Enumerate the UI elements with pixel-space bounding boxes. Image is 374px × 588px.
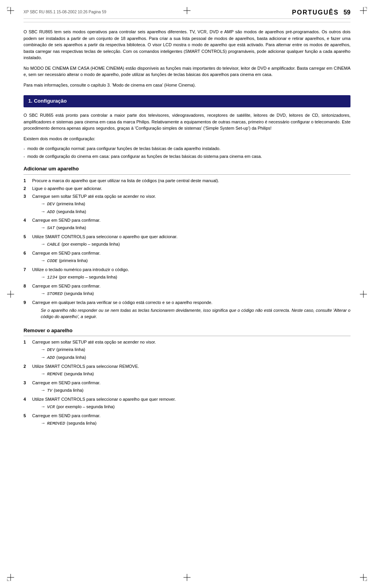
- arrow-line: →DEV (primeira linha): [41, 346, 350, 353]
- step-text: Utilize SMART CONTROLS para seleccionar …: [32, 234, 178, 239]
- step-content: Utilize o teclado numérico para introduz…: [32, 267, 350, 282]
- list-item: 3Carregue sem soltar SETUP até esta opçã…: [24, 194, 350, 216]
- arrow-symbol: →: [41, 201, 45, 207]
- arrow-line: →CODE (primeira linha): [41, 257, 350, 264]
- corner-mark-bl: [7, 574, 14, 581]
- mode-item-2: - modo de configuração do cinema em casa…: [24, 154, 350, 160]
- arrow-label: (primeira linha): [56, 347, 85, 353]
- step-number: 4: [24, 217, 29, 232]
- remove-steps-list: 1Carregue sem soltar SETUP até esta opçã…: [24, 339, 350, 427]
- corner-mark-br: [360, 574, 367, 581]
- arrow-symbol: →: [41, 371, 45, 377]
- mono-display: REMOVE: [47, 371, 63, 378]
- arrow-label: (segunda linha): [56, 209, 86, 215]
- step-text: Carregue em qualquer tecla para verifica…: [32, 300, 212, 305]
- page-number: 59: [343, 8, 350, 17]
- corner-mark-tl: [7, 7, 14, 14]
- mono-display: TV: [47, 388, 52, 394]
- list-item: 2Utilize SMART CONTROLS para seleccionar…: [24, 364, 350, 378]
- mono-display: CABLE: [47, 242, 60, 248]
- list-item: 5Carregue em SEND para confirmar.→REMOVE…: [24, 413, 350, 428]
- arrow-label: (por exemplo – segunda linha): [56, 404, 115, 410]
- arrow-symbol: →: [41, 208, 45, 215]
- step-text: Procure a marca do aparelho que quer uti…: [32, 178, 219, 183]
- step-number: 5: [24, 234, 29, 249]
- step-number: 2: [24, 186, 29, 192]
- arrow-label: (segunda linha): [64, 291, 94, 297]
- header-filename: XP SBC RU 865.1 15-08-2002 10:26 Pagina …: [24, 9, 106, 15]
- arrow-label: (primeira linha): [59, 258, 87, 264]
- intro-paragraph-3: Para mais informações, consulte o capítu…: [24, 82, 350, 89]
- subsection-remove-heading: Remover o aparelho: [24, 327, 350, 337]
- list-item: 5Utilize SMART CONTROLS para seleccionar…: [24, 234, 350, 249]
- step-number: 5: [24, 413, 29, 428]
- mono-display: 1234: [47, 275, 57, 281]
- step-content: Carregue em SEND para confirmar.→REMOVED…: [32, 413, 350, 428]
- arrow-label: (segunda linha): [54, 387, 84, 394]
- arrow-line: →CABLE (por exemplo – segunda linha): [41, 241, 350, 248]
- step-number: 4: [24, 396, 29, 411]
- arrow-symbol: →: [41, 257, 45, 264]
- step-number: 7: [24, 267, 29, 282]
- intro-paragraph-1: O SBC RU865 tem seis modos operativos pa…: [24, 29, 350, 61]
- step-text: Carregue em SEND para confirmar.: [32, 284, 100, 288]
- arrow-symbol: →: [41, 290, 45, 297]
- add-steps-list: 1Procure a marca do aparelho que quer ut…: [24, 178, 350, 322]
- mono-display: ADD: [47, 355, 55, 361]
- step-text: Carregue em SEND para confirmar.: [32, 413, 100, 418]
- header-title-area: PORTUGUÊS 59: [292, 8, 350, 17]
- step-content: Ligue o aparelho que quer adicionar.: [32, 186, 350, 192]
- step-number: 1: [24, 339, 29, 362]
- corner-mark-tr: [360, 7, 367, 14]
- arrow-symbol: →: [41, 241, 45, 248]
- arrow-symbol: →: [41, 354, 45, 361]
- subsection-add-title: Adicionar um aparelho: [24, 166, 79, 172]
- step-content: Carregue em SEND para confirmar.→CODE (p…: [32, 250, 350, 265]
- list-item: 1Carregue sem soltar SETUP até esta opçã…: [24, 339, 350, 362]
- mono-display: VCR: [47, 404, 55, 411]
- mono-display: ADD: [47, 209, 55, 215]
- step-content: Carregue em SEND para confirmar.→SAT (se…: [32, 217, 350, 232]
- step-content: Carregue sem soltar SETUP até esta opção…: [32, 194, 350, 216]
- language-title: PORTUGUÊS: [292, 8, 339, 17]
- arrow-line: →1234 (por exemplo – segunda linha): [41, 274, 350, 281]
- step-number: 8: [24, 283, 29, 298]
- dash-1: -: [24, 146, 25, 152]
- step-content: Carregue sem soltar SETUP até esta opção…: [32, 339, 350, 362]
- section1-box: 1. Configuração: [24, 95, 350, 107]
- step-content: Utilize SMART CONTROLS para seleccionar …: [32, 234, 350, 249]
- mono-display: REMOVED: [47, 421, 65, 427]
- step-number: 9: [24, 300, 29, 322]
- list-item: 6Carregue em SEND para confirmar.→CODE (…: [24, 250, 350, 265]
- mode-text-2: modo de configuração do cinema em casa: …: [27, 154, 262, 160]
- arrow-line: →DEV (primeira linha): [41, 201, 350, 208]
- mono-display: SAT: [47, 225, 55, 232]
- center-cross-right: [360, 291, 367, 298]
- arrow-symbol: →: [41, 346, 45, 353]
- arrow-label: (segunda linha): [56, 355, 86, 361]
- list-item: 1Procure a marca do aparelho que quer ut…: [24, 178, 350, 184]
- step-number: 2: [24, 364, 29, 378]
- arrow-line: →ADD (segunda linha): [41, 354, 350, 361]
- dash-2: -: [24, 154, 25, 160]
- section1-title: 1. Configuração: [28, 98, 67, 104]
- italic-note: Se o aparelho não responder ou se nem to…: [41, 308, 350, 320]
- step-text: Carregue em SEND para confirmar.: [32, 218, 100, 223]
- arrow-symbol: →: [41, 387, 45, 394]
- section1-intro: O SBC RU865 está pronto para controlar a…: [24, 112, 350, 132]
- subsection-add-heading: Adicionar um aparelho: [24, 165, 350, 175]
- center-cross-left: [7, 291, 14, 298]
- arrow-line: →SAT (segunda linha): [41, 224, 350, 232]
- arrow-label: (segunda linha): [56, 225, 86, 231]
- arrow-line: →REMOVE (segunda linha): [41, 371, 350, 378]
- arrow-symbol: →: [41, 420, 45, 427]
- mono-display: DEV: [47, 201, 55, 208]
- arrow-line: →TV (segunda linha): [41, 387, 350, 394]
- intro-paragraph-2: No MODO DE CINEMA EM CASA (HOME CINEMA) …: [24, 65, 350, 78]
- mono-display: DEV: [47, 347, 55, 353]
- step-text: Utilize SMART CONTROLS para seleccionar …: [32, 364, 139, 369]
- step-content: Carregue em qualquer tecla para verifica…: [32, 300, 350, 322]
- center-cross-top: [183, 7, 191, 14]
- step-text: Carregue sem soltar SETUP até esta opção…: [32, 194, 156, 199]
- modes-intro: Existem dois modos de configuração:: [24, 136, 350, 142]
